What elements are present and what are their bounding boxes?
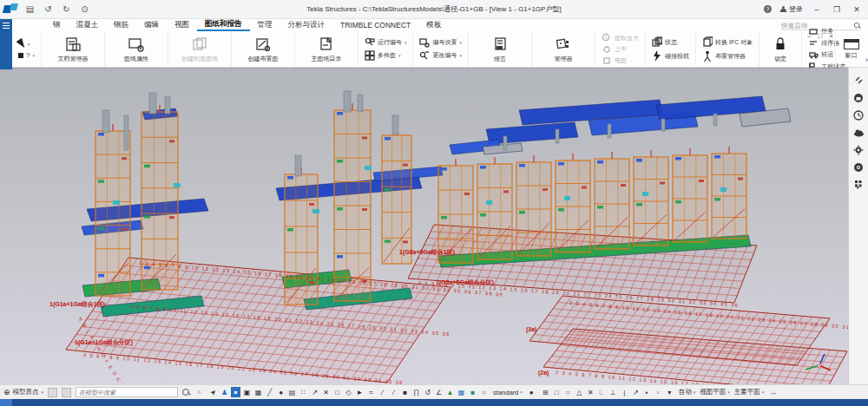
tab-template[interactable]: 模板: [418, 19, 449, 31]
close-button[interactable]: ✕: [851, 5, 863, 14]
zoom-tool-icon[interactable]: ○: [479, 387, 489, 397]
tab-edit[interactable]: 编辑: [136, 19, 167, 31]
lock-button[interactable]: 锁定: [766, 36, 795, 63]
master-drawing-catalog-button[interactable]: 主图纸目录: [301, 36, 352, 63]
convert-ifc-button[interactable]: 转换 IFC 对象: [702, 37, 753, 48]
resize-arrows-icon[interactable]: ↔: [768, 387, 778, 397]
drawing-properties-button[interactable]: 图纸属性: [111, 36, 161, 63]
model-origin-dropdown[interactable]: ⊕模型原点▾: [3, 388, 43, 396]
dark-box-icon[interactable]: ■: [400, 387, 410, 397]
pen1-icon[interactable]: ∕: [378, 387, 387, 397]
flag-icon[interactable]: ►: [355, 387, 365, 397]
work-plane-dropdown[interactable]: 主要平面▾: [734, 388, 765, 396]
cut-icon[interactable]: ✕: [321, 387, 331, 397]
minimize-button[interactable]: –: [811, 5, 823, 14]
status-button[interactable]: 状态: [652, 37, 689, 48]
pen2-icon[interactable]: ∕: [389, 387, 398, 397]
profile-dropdown[interactable]: standard▾: [493, 389, 523, 396]
tab-manage[interactable]: 管理: [250, 19, 280, 31]
model-search-input[interactable]: [76, 387, 178, 397]
snap-cross-icon[interactable]: ✕: [586, 387, 595, 397]
snap-arrow-icon[interactable]: ↗: [631, 387, 641, 397]
grid-select-icon[interactable]: ▤: [287, 387, 297, 397]
view-plane-dropdown[interactable]: 视图平面▾: [700, 388, 730, 396]
select-arrow-icon[interactable]: ➤: [206, 385, 220, 399]
create-ga-drawing-button[interactable]: 创建布置图: [238, 36, 288, 63]
view-close-icon[interactable]: ×: [829, 32, 833, 40]
undo-icon[interactable]: ↺: [43, 4, 54, 14]
help-globe-icon[interactable]: ?: [764, 5, 772, 13]
tab-concrete[interactable]: 混凝土: [69, 19, 107, 31]
statusbar-toggle-2[interactable]: [62, 388, 71, 397]
reports-button[interactable]: 报告: [475, 36, 525, 63]
gray-item2-button[interactable]: 电图: [602, 56, 639, 66]
layout-manager-button[interactable]: 布置管理器: [702, 51, 753, 62]
snap-dark-icon[interactable]: ▪: [642, 387, 652, 397]
wave-icon[interactable]: ≈: [366, 387, 376, 397]
frame-icon[interactable]: ∏: [411, 387, 421, 397]
gear-icon[interactable]: [853, 144, 865, 155]
redo-icon[interactable]: ↻: [61, 4, 72, 14]
snap-grid-icon[interactable]: ⊞: [541, 387, 550, 397]
online-icon[interactable]: [853, 109, 865, 121]
apps-grid-icon[interactable]: [853, 179, 865, 190]
document-manager-button[interactable]: 文档管理器: [48, 36, 98, 63]
properties-arrow-icon[interactable]: [853, 75, 865, 86]
tree-green-icon[interactable]: ▲: [445, 387, 455, 397]
save-icon[interactable]: ▤: [24, 4, 36, 14]
teal-box-icon[interactable]: ■: [468, 387, 477, 397]
multi-drawing-button[interactable]: 多件图▾: [365, 50, 407, 61]
window-button[interactable]: 窗口: [835, 31, 866, 67]
history-icon[interactable]: ⊙: [79, 4, 90, 14]
select-cursor-button[interactable]: ▾: [18, 39, 35, 49]
snap-circle-icon[interactable]: ○: [563, 387, 573, 397]
eye-icon[interactable]: [853, 161, 865, 173]
numbering-settings-button[interactable]: 编号设置▾: [419, 37, 462, 48]
auto-dropdown[interactable]: 自动▾: [679, 388, 696, 396]
select-mode-button[interactable]: ?▾: [18, 51, 35, 59]
view-restore-icon[interactable]: □: [818, 32, 822, 40]
clash-check-button[interactable]: 碰撞校核: [652, 51, 689, 62]
angle-icon[interactable]: ∠: [434, 387, 444, 397]
undo-loop-icon[interactable]: ↺: [423, 387, 432, 397]
search-options-icon[interactable]: ✳: [194, 387, 204, 397]
snap-triangle-icon[interactable]: △: [575, 387, 584, 397]
change-numbering-button[interactable]: 更改编号▾: [419, 50, 462, 61]
warehouse-icon[interactable]: [853, 92, 865, 103]
snap-more-icon[interactable]: ▾: [665, 387, 674, 397]
menu-icon[interactable]: [3, 23, 10, 29]
blue-grid-icon[interactable]: ▦: [457, 387, 466, 397]
run-numbering-button[interactable]: 运行编号▾: [365, 37, 407, 48]
pencil-icon[interactable]: ╱: [265, 387, 274, 397]
tab-analysis-design[interactable]: 分析与设计: [280, 19, 333, 31]
render-sphere-icon[interactable]: ●: [276, 387, 286, 397]
snap-light-icon[interactable]: ▫: [654, 387, 663, 397]
polygon-select-icon[interactable]: ◇: [344, 387, 353, 397]
restore-button[interactable]: ❐: [831, 5, 843, 14]
snap-box-icon[interactable]: □: [552, 387, 562, 397]
snap-line-icon[interactable]: |: [620, 387, 629, 397]
snap-corner-icon[interactable]: ∟: [597, 387, 607, 397]
tab-steel[interactable]: 钢: [45, 19, 69, 31]
model-viewport[interactable]: 1(G1a+1Ga组合1区) 1(G1a+1Ga组合分区) 1(G8a+8Ga组…: [0, 68, 848, 384]
statusbar-toggle-1[interactable]: [48, 388, 57, 397]
tab-trimble-connect[interactable]: TRIMBLE CONNECT: [332, 19, 418, 31]
rect-select-icon[interactable]: □: [332, 387, 342, 397]
points-icon[interactable]: ∷: [299, 387, 308, 397]
search-icon[interactable]: [182, 389, 190, 396]
tab-drawings-reports[interactable]: 图纸和报告: [197, 19, 250, 31]
create-fabrication-drawings-button[interactable]: 创建制造图纸: [174, 36, 225, 63]
direct-modification-icon[interactable]: ♟: [220, 387, 229, 397]
select-all-icon[interactable]: ■: [231, 387, 240, 397]
login-button[interactable]: 登录: [779, 4, 803, 14]
fly-icon[interactable]: ↗: [310, 387, 319, 397]
select-parts-icon[interactable]: ▦: [253, 387, 263, 397]
gray-item1-button[interactable]: 上中: [602, 44, 639, 55]
view-minimize-icon[interactable]: –: [807, 32, 811, 40]
tab-view[interactable]: 视图: [167, 19, 197, 31]
snap-perp-icon[interactable]: ⊥: [608, 387, 618, 397]
tab-rebar[interactable]: 钢筋: [106, 19, 136, 31]
cloud-icon[interactable]: [853, 127, 865, 138]
select-components-icon[interactable]: ▣: [242, 387, 252, 397]
dot-icon[interactable]: ●: [527, 387, 536, 397]
